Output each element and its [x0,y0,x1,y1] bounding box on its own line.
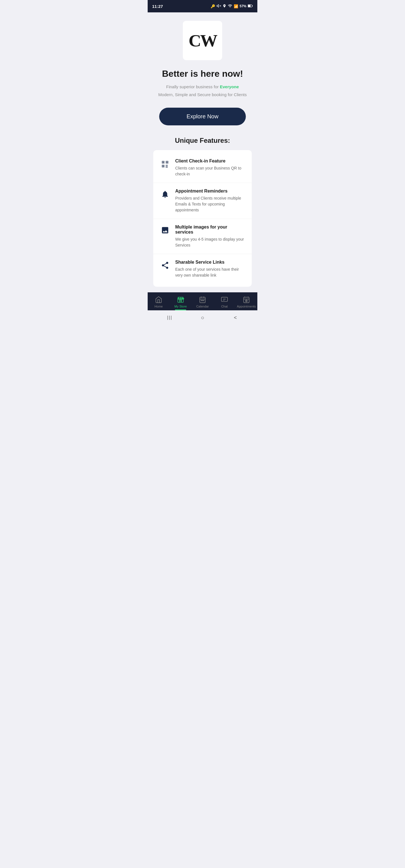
bell-icon [160,189,170,199]
feature-checkin-name: Client Check-in Feature [175,158,245,164]
feature-images: Multiple images for your services We giv… [153,219,252,254]
battery-icon [248,4,253,8]
feature-checkin: Client Check-in Feature Clients can scan… [153,153,252,183]
nav-my-store-label: My Store [174,305,187,308]
nav-appointments-label: Appointments [237,305,256,308]
nav-appointments[interactable]: Appointments [235,296,257,308]
hero-subtitle-line1: Finally superior business for Everyone [166,84,239,90]
feature-checkin-desc: Clients can scan your Business QR to che… [175,165,245,177]
explore-now-button[interactable]: Explore Now [159,107,246,125]
svg-rect-2 [252,5,253,6]
hero-title: Better is here now! [162,69,243,79]
features-card: Client Check-in Feature Clients can scan… [153,150,252,287]
feature-checkin-text: Client Check-in Feature Clients can scan… [175,158,245,177]
chat-icon [221,296,228,304]
nav-calendar[interactable]: Calendar [192,296,213,308]
feature-reminders: Appointment Reminders Providers and Clie… [153,183,252,219]
image-icon [160,225,170,235]
feature-links: Sharable Service Links Each one of your … [153,254,252,284]
wifi-icon [228,4,232,9]
svg-rect-8 [221,297,228,301]
nav-calendar-label: Calendar [196,305,209,308]
appointments-icon [242,296,250,304]
android-back-btn[interactable]: < [230,313,241,322]
status-bar: 11:27 🔑 📶 57% [148,0,257,12]
svg-point-7 [203,300,204,301]
feature-images-desc: We give you 4-5 images to display your S… [175,237,245,248]
nav-my-store[interactable]: My Store [170,296,192,308]
hero-highlight: Everyone [220,84,239,89]
svg-rect-3 [180,300,182,301]
status-time: 11:27 [152,4,163,9]
main-content: CW Better is here now! Finally superior … [148,12,257,292]
feature-links-desc: Each one of your services have their ver… [175,267,245,278]
share-icon [160,260,170,270]
home-icon [155,296,163,304]
location-icon [223,4,226,9]
signal-icon: 📶 [234,4,238,8]
qr-icon [160,159,170,169]
hero-subtitle-line2: Modern, Simple and Secure booking for Cl… [158,91,247,98]
logo-container: CW [183,21,222,60]
android-recent-btn[interactable]: ||| [164,313,175,322]
nav-home[interactable]: Home [148,296,170,308]
feature-images-name: Multiple images for your services [175,225,245,235]
nav-home-label: Home [154,305,163,308]
feature-images-text: Multiple images for your services We giv… [175,225,245,248]
svg-rect-4 [200,297,205,303]
logo: CW [189,32,216,49]
nav-chat-label: Chat [221,305,228,308]
battery-level: 57% [240,4,247,8]
feature-links-text: Sharable Service Links Each one of your … [175,260,245,278]
feature-reminders-desc: Providers and Clients receive multiple E… [175,195,245,213]
features-title: Unique Features: [175,136,230,145]
status-icons: 🔑 📶 57% [211,4,253,9]
key-icon: 🔑 [211,4,215,8]
hero-subtitle-start: Finally superior business for [166,84,220,89]
svg-point-6 [202,300,203,301]
svg-rect-1 [248,5,251,7]
nav-chat[interactable]: Chat [213,296,235,308]
mute-icon [216,4,221,9]
feature-reminders-text: Appointment Reminders Providers and Clie… [175,189,245,213]
svg-point-5 [201,300,202,301]
feature-reminders-name: Appointment Reminders [175,189,245,194]
bottom-navigation: Home My Store Calendar [148,292,257,310]
calendar-icon [199,296,206,304]
store-icon [177,296,184,304]
android-home-btn[interactable]: ○ [197,313,208,322]
feature-links-name: Sharable Service Links [175,260,245,265]
android-navigation: ||| ○ < [148,310,257,325]
